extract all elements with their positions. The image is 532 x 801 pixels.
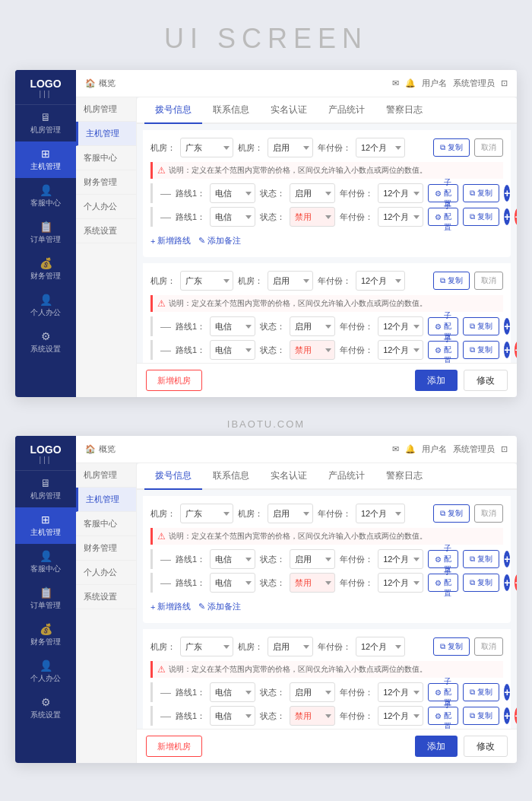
li-3-1[interactable]: 电信: [210, 549, 255, 569]
add-btn-1-2[interactable]: +: [504, 208, 510, 225]
db-3-2[interactable]: −: [515, 574, 517, 591]
tab-chanpin[interactable]: 产品统计: [318, 97, 375, 124]
cancel-button-3[interactable]: 取消: [474, 504, 503, 523]
sidebar-item-zhujiguanli[interactable]: ⊞ 主机管理: [15, 141, 76, 178]
fee-select-1[interactable]: 12个月: [356, 138, 405, 157]
mp-4[interactable]: 广东: [180, 637, 233, 656]
ss-4-1[interactable]: 启用: [290, 682, 335, 702]
subconfig-btn-1-2[interactable]: ⚙ 子配置: [428, 208, 458, 226]
tab-shiming[interactable]: 实名认证: [260, 97, 318, 124]
sub-sidebar-item-jixiang[interactable]: 机房管理: [76, 97, 136, 122]
sub-sidebar-item-caiwu[interactable]: 财务管理: [76, 170, 136, 195]
bell-icon-2[interactable]: 🔔: [405, 444, 416, 454]
tab-jingcha[interactable]: 警察日志: [375, 97, 433, 124]
copy-btn-1-2[interactable]: ⧉ 复制: [463, 208, 499, 226]
sidebar-item-geren[interactable]: 👤 个人办公: [15, 288, 76, 324]
tab-lianxi[interactable]: 联系信息: [202, 97, 260, 124]
status-select-2-2[interactable]: 禁用: [290, 340, 335, 360]
cancel-button-2[interactable]: 取消: [474, 272, 503, 290]
fes-3-2[interactable]: 12个月: [378, 573, 423, 593]
line-fee-1-2[interactable]: 12个月: [378, 207, 423, 227]
ss-3-2[interactable]: 禁用: [290, 573, 335, 593]
sidebar-item-jixiang[interactable]: 🖥 机房管理: [15, 105, 76, 141]
cb-4-1[interactable]: ⧉复制: [463, 683, 499, 701]
li-3-2[interactable]: 电信: [210, 573, 255, 593]
sidebar-item-dingdan[interactable]: 📋 订单管理: [15, 215, 76, 251]
ms-4[interactable]: 启用: [268, 637, 313, 656]
add-btn-1-1[interactable]: +: [504, 185, 510, 202]
sidebar-item-kehu-2[interactable]: 👤 客服中心: [15, 544, 76, 580]
ab-4-1[interactable]: +: [504, 684, 510, 701]
copy-btn-1-1[interactable]: ⧉ 复制: [463, 184, 499, 202]
copy-btn-2-2[interactable]: ⧉ 复制: [463, 341, 499, 359]
tab-bohao[interactable]: 拨号信息: [144, 97, 202, 124]
edit-btn-bottom-2[interactable]: 修改: [464, 736, 508, 757]
copy-button-3[interactable]: ⧉复制: [433, 504, 470, 523]
add-machine-btn-1[interactable]: 新增机房: [146, 370, 202, 391]
add-machine-btn-2[interactable]: 新增机房: [146, 736, 202, 757]
add-line-link-1[interactable]: + 新增路线: [150, 235, 191, 246]
add-btn-bottom-1[interactable]: 添加: [415, 370, 458, 391]
mail-icon[interactable]: ✉: [392, 78, 399, 88]
machine-select-status-1[interactable]: 启用: [268, 138, 313, 157]
sub-sidebar-item-caiwu-2[interactable]: 财务管理: [76, 536, 136, 561]
copy-button-1[interactable]: ⧉ 复制: [433, 138, 470, 157]
sub-sidebar-item-kehu-2[interactable]: 客服中心: [76, 512, 136, 536]
fes-4-2[interactable]: 12个月: [378, 706, 423, 726]
sidebar-item-geren-2[interactable]: 👤 个人办公: [15, 653, 76, 690]
ab-4-2[interactable]: +: [504, 707, 510, 724]
fee-select-2-2[interactable]: 12个月: [378, 340, 423, 360]
sidebar-item-xitong-2[interactable]: ⚙ 系统设置: [15, 690, 76, 726]
machine-select-status-2[interactable]: 启用: [268, 271, 313, 291]
logout-icon-2[interactable]: ⊡: [501, 444, 508, 454]
sub-sidebar-item-xitong-2[interactable]: 系统设置: [76, 585, 136, 609]
edit-btn-bottom-1[interactable]: 修改: [464, 370, 508, 391]
del-btn-1-2[interactable]: −: [515, 208, 517, 225]
cancel-button-1[interactable]: 取消: [474, 138, 503, 157]
sub-sidebar-item-zhujiguanli[interactable]: 主机管理: [76, 122, 136, 146]
copy-btn-2-1[interactable]: ⧉ 复制: [463, 317, 499, 335]
sub-sidebar-item-jixiang-2[interactable]: 机房管理: [76, 463, 136, 488]
mail-icon-2[interactable]: ✉: [392, 444, 399, 454]
line-isp-1-1[interactable]: 电信: [210, 183, 255, 203]
sidebar-item-caiwu[interactable]: 💰 财务管理: [15, 251, 76, 288]
sub-sidebar-item-xitong[interactable]: 系统设置: [76, 219, 136, 243]
ab-3-1[interactable]: +: [504, 551, 510, 567]
copy-button-2[interactable]: ⧉ 复制: [433, 272, 470, 290]
sc-4-2[interactable]: ⚙子配置: [428, 707, 458, 725]
add-note-link-1[interactable]: ✎ 添加备注: [198, 235, 241, 246]
sc-3-2[interactable]: ⚙子配置: [428, 574, 458, 592]
sub-sidebar-item-kehu[interactable]: 客服中心: [76, 146, 136, 170]
ms-3[interactable]: 启用: [268, 504, 313, 523]
del-btn-2-2[interactable]: −: [515, 342, 517, 358]
li-4-1[interactable]: 电信: [210, 682, 255, 702]
fs-3[interactable]: 12个月: [356, 504, 405, 523]
tab-chanpin-2[interactable]: 产品统计: [318, 463, 375, 490]
line-isp-2-2[interactable]: 电信: [210, 340, 255, 360]
line-isp-2-1[interactable]: 电信: [210, 316, 255, 336]
ss-3-1[interactable]: 启用: [290, 549, 335, 569]
logout-icon[interactable]: ⊡: [501, 78, 508, 88]
line-status-1-1[interactable]: 启用: [290, 183, 335, 203]
sub-sidebar-item-zhujiguanli-2[interactable]: 主机管理: [76, 488, 136, 512]
sidebar-item-zhujiguanli-2[interactable]: ⊞ 主机管理: [15, 507, 76, 544]
line-status-1-2[interactable]: 禁用: [290, 207, 335, 227]
anl-3[interactable]: ✎添加备注: [198, 601, 241, 612]
fes-4-1[interactable]: 12个月: [378, 682, 423, 702]
sub-sidebar-item-geren-2[interactable]: 个人办公: [76, 561, 136, 585]
ab-3-2[interactable]: +: [504, 574, 510, 591]
subconfig-btn-2-1[interactable]: ⚙ 子配置: [428, 317, 458, 335]
sidebar-item-caiwu-2[interactable]: 💰 财务管理: [15, 617, 76, 653]
add-btn-2-1[interactable]: +: [504, 318, 510, 335]
fs-4[interactable]: 12个月: [356, 637, 405, 656]
db-4-2[interactable]: −: [515, 707, 517, 724]
subconfig-btn-2-2[interactable]: ⚙ 子配置: [428, 341, 458, 359]
tab-shiming-2[interactable]: 实名认证: [260, 463, 318, 490]
line-isp-1-2[interactable]: 电信: [210, 207, 255, 227]
add-btn-2-2[interactable]: +: [504, 342, 510, 358]
fee-select-2-1[interactable]: 12个月: [378, 316, 423, 336]
sidebar-item-xitong[interactable]: ⚙ 系统设置: [15, 324, 76, 361]
fee-select-2[interactable]: 12个月: [356, 271, 405, 291]
mp-3[interactable]: 广东: [180, 504, 233, 523]
tab-jingcha-2[interactable]: 警察日志: [375, 463, 433, 490]
